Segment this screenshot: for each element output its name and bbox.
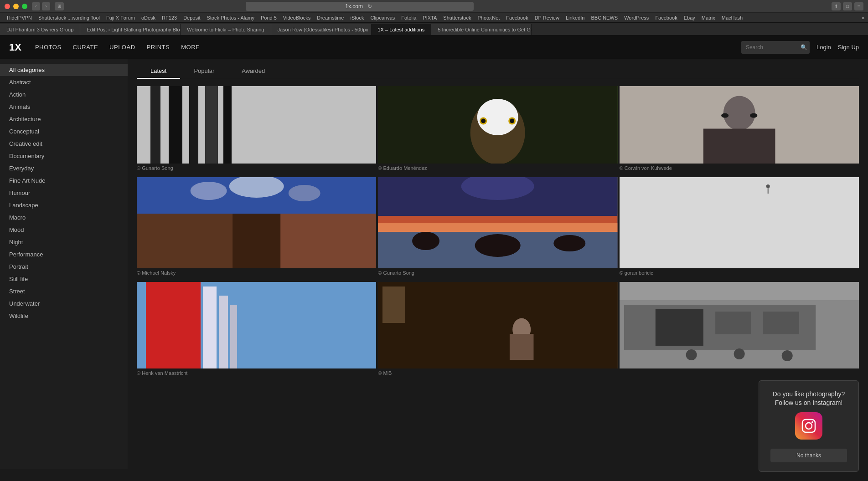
sidebar-item-conceptual[interactable]: Conceptual — [0, 125, 128, 138]
photo-item-5[interactable]: © Gunarto Song — [378, 177, 617, 280]
reading-list-btn[interactable]: ⊞ — [55, 2, 64, 10]
tab-3[interactable]: Jason Row (Odessafiles) Photos - 500px — [271, 24, 372, 35]
bookmark-shutterstock2[interactable]: Shutterstock — [440, 15, 474, 20]
minimize-btn[interactable] — [13, 4, 19, 9]
photo-item-6[interactable]: © goran boricic — [620, 177, 859, 280]
bookmark-fuji[interactable]: Fuji X Forum — [103, 15, 138, 20]
svg-rect-41 — [146, 282, 201, 368]
more-btn[interactable]: ≡ — [854, 2, 863, 10]
bookmarks-bar: HidelPVPN Shutterstock ...wording Tool F… — [0, 13, 868, 23]
sidebar-item-action[interactable]: Action — [0, 88, 128, 101]
bookmark-machash[interactable]: MacHash — [718, 15, 746, 20]
sidebar-item-documentary[interactable]: Documentary — [0, 150, 128, 162]
bookmark-rf123[interactable]: RF123 — [159, 15, 180, 20]
bookmark-facebook[interactable]: Facebook — [503, 15, 531, 20]
photo-item-3[interactable]: © Corwin von Kuhwede — [620, 86, 859, 175]
nav-photos[interactable]: PHOTOS — [35, 44, 62, 51]
site-logo[interactable]: 1X — [9, 41, 21, 53]
forward-arrow[interactable]: › — [42, 2, 50, 10]
bookmark-facebook2[interactable]: Facebook — [652, 15, 680, 20]
bookmarks-more-icon[interactable]: » — [862, 15, 864, 20]
sidebar-item-underwater[interactable]: Underwater — [0, 297, 128, 310]
bookmark-ebay[interactable]: Ebay — [681, 15, 698, 20]
sidebar-item-abstract[interactable]: Abstract — [0, 76, 128, 88]
signup-button[interactable]: Sign Up — [838, 44, 859, 51]
search-box[interactable]: 🔍 — [741, 41, 810, 54]
bookmark-istock[interactable]: iStock — [347, 15, 367, 20]
sidebar-item-macro[interactable]: Macro — [0, 211, 128, 224]
svg-point-52 — [686, 349, 697, 360]
photo-item-2[interactable]: © Eduardo Menéndez — [378, 86, 617, 175]
bookmark-linkedin[interactable]: LinkedIn — [563, 15, 588, 20]
search-input[interactable] — [746, 44, 801, 51]
no-thanks-button[interactable]: No thanks — [770, 449, 847, 462]
tab-5[interactable]: 5 Incredible Online Communities to Get G… — [431, 24, 532, 35]
photo-item-9[interactable] — [620, 282, 859, 380]
bookmark-bbcnews[interactable]: BBC NEWS — [588, 15, 621, 20]
nav-curate[interactable]: CURATE — [73, 44, 98, 51]
nav-upload[interactable]: UPLOAD — [109, 44, 135, 51]
search-icon[interactable]: 🔍 — [801, 44, 807, 51]
tab-latest[interactable]: Latest — [137, 64, 180, 79]
sidebar-item-wildlife[interactable]: Wildlife — [0, 310, 128, 322]
bookmark-shutterstock[interactable]: Shutterstock ...wording Tool — [35, 15, 103, 20]
bookmark-fotolia[interactable]: Fotolia — [398, 15, 419, 20]
sidebar-item-still-life[interactable]: Still life — [0, 273, 128, 285]
bookmark-wordpress[interactable]: WordPress — [621, 15, 652, 20]
bookmark-dreamstime[interactable]: Dreamstime — [314, 15, 347, 20]
nav-more[interactable]: MORE — [181, 44, 200, 51]
bookmark-deposit[interactable]: Deposit — [180, 15, 203, 20]
bookmark-photonet[interactable]: Photo.Net — [474, 15, 503, 20]
svg-rect-2 — [169, 86, 182, 164]
bookmark-hidelpvpn[interactable]: HidelPVPN — [4, 15, 35, 20]
maximize-btn[interactable] — [22, 4, 27, 9]
svg-rect-18 — [703, 129, 775, 164]
tab-popular[interactable]: Popular — [180, 64, 228, 79]
address-bar[interactable]: 1x.com ↻ — [246, 2, 474, 11]
bookmark-pixta[interactable]: PIXTA — [419, 15, 440, 20]
back-arrow[interactable]: ‹ — [32, 2, 40, 10]
photo-item-7[interactable]: © Henk van Maastricht — [137, 282, 376, 380]
tab-2[interactable]: Welcome to Flickr – Photo Sharing — [181, 24, 271, 35]
sidebar-item-performance[interactable]: Performance — [0, 248, 128, 261]
bookmark-stockphotos[interactable]: Stock Photos - Alamy — [203, 15, 258, 20]
reload-btn[interactable]: ↻ — [366, 2, 374, 10]
tab-0[interactable]: DJI Phantom 3 Owners Group — [0, 24, 80, 35]
nav-prints[interactable]: PRINTS — [147, 44, 170, 51]
svg-point-19 — [721, 113, 728, 118]
photo-image-9 — [620, 282, 859, 368]
sidebar-item-portrait[interactable]: Portrait — [0, 261, 128, 273]
sidebar-item-everyday[interactable]: Everyday — [0, 162, 128, 174]
tab-4-active[interactable]: 1X – Latest additions — [372, 24, 432, 35]
sidebar-item-street[interactable]: Street — [0, 285, 128, 297]
content-area: Latest Popular Awarded — [128, 59, 868, 469]
instagram-popup-title: Do you like photography?Follow us on Ins… — [770, 390, 847, 408]
share-btn[interactable]: ⬆ — [832, 2, 841, 10]
bookmark-matrix[interactable]: Matrix — [698, 15, 718, 20]
sidebar-item-humour[interactable]: Humour — [0, 187, 128, 199]
sidebar-item-architecture[interactable]: Architecture — [0, 113, 128, 125]
photo-item-4[interactable]: © Michael Nalsky — [137, 177, 376, 280]
bookmark-videoblocks[interactable]: VideoBlocks — [280, 15, 314, 20]
bookmark-clipcanvas[interactable]: Clipcanvas — [367, 15, 398, 20]
tab-1[interactable]: Edit Post ‹ Light Stalking Photography B… — [80, 24, 181, 35]
bookmark-btn[interactable]: □ — [843, 2, 852, 10]
bookmark-pond5[interactable]: Pond 5 — [258, 15, 280, 20]
sidebar-item-fine-art-nude[interactable]: Fine Art Nude — [0, 174, 128, 187]
close-btn[interactable] — [5, 4, 10, 9]
login-button[interactable]: Login — [816, 44, 831, 51]
sidebar-item-creative-edit[interactable]: Creative edit — [0, 138, 128, 150]
photo-item-8[interactable]: © MiB — [378, 282, 617, 380]
photo-item-1[interactable]: © Gunarto Song — [137, 86, 376, 175]
bookmark-odesk[interactable]: oDesk — [138, 15, 159, 20]
sidebar-item-animals[interactable]: Animals — [0, 101, 128, 113]
sidebar-item-landscape[interactable]: Landscape — [0, 199, 128, 211]
svg-point-53 — [734, 348, 744, 359]
window-controls — [5, 4, 27, 9]
photo-image-5 — [378, 177, 617, 268]
sidebar-item-mood[interactable]: Mood — [0, 224, 128, 236]
sidebar-item-all[interactable]: All categories — [0, 64, 128, 76]
bookmark-dpreview[interactable]: DP Review — [532, 15, 563, 20]
sidebar-item-night[interactable]: Night — [0, 236, 128, 248]
tab-awarded[interactable]: Awarded — [228, 64, 279, 79]
